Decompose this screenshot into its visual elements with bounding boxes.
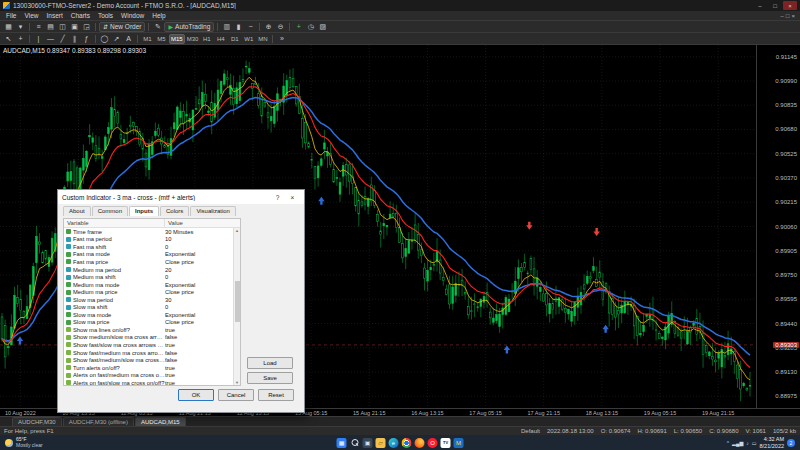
- input-row[interactable]: Show fast/medium ma cross arrows on/off?…: [64, 349, 233, 357]
- new-order-button[interactable]: ⇵New Order: [99, 22, 145, 32]
- timeframe-m30[interactable]: M30: [186, 34, 200, 44]
- cursor-icon[interactable]: ↖: [3, 34, 14, 44]
- chart-tab-audchf-m30-offline-[interactable]: AUDCHF,M30 (offline): [63, 417, 134, 426]
- chrome-button[interactable]: [402, 438, 412, 448]
- mdi-minimize-button[interactable]: –: [781, 13, 784, 19]
- opera-button[interactable]: O: [428, 438, 438, 448]
- channel-icon[interactable]: ∥: [69, 34, 80, 44]
- dialog-title-bar[interactable]: Custom Indicator - 3 ma - cross - (mtf +…: [58, 190, 304, 204]
- menu-file[interactable]: File: [2, 12, 20, 19]
- input-row[interactable]: Medium ma priceClose price: [64, 288, 233, 296]
- firefox-button[interactable]: [415, 438, 425, 448]
- input-row[interactable]: Medium ma modeExponential: [64, 281, 233, 289]
- battery-icon[interactable]: ▭: [752, 440, 757, 446]
- input-row[interactable]: Alerts on fast/slow ma cross on/off?true: [64, 379, 233, 386]
- dialog-tab-common[interactable]: Common: [92, 206, 128, 216]
- menu-charts[interactable]: Charts: [67, 12, 94, 19]
- market-watch-icon[interactable]: ≡: [33, 22, 44, 32]
- zoom-out-icon[interactable]: ⊖: [275, 22, 286, 32]
- templates-icon[interactable]: ▨: [317, 22, 328, 32]
- status-profile[interactable]: Default: [521, 428, 540, 434]
- maximize-button[interactable]: □: [768, 1, 782, 10]
- text-tool-icon[interactable]: A: [123, 34, 134, 44]
- input-row[interactable]: Fast ma shift0: [64, 243, 233, 251]
- dialog-tab-visualization[interactable]: Visualization: [190, 206, 236, 216]
- mdi-restore-button[interactable]: □: [786, 13, 790, 19]
- data-window-icon[interactable]: ▤: [45, 22, 56, 32]
- close-button[interactable]: ×: [783, 1, 797, 10]
- new-chart-icon[interactable]: ▦: [3, 22, 14, 32]
- auto-scroll-icon[interactable]: »: [276, 34, 287, 44]
- metatrader-button[interactable]: M: [454, 438, 464, 448]
- indicators-icon[interactable]: +: [293, 22, 304, 32]
- mdi-close-button[interactable]: ×: [791, 13, 795, 19]
- dialog-tab-colors[interactable]: Colors: [160, 206, 189, 216]
- input-row[interactable]: Alerts on fast/medium ma cross on/off?tr…: [64, 371, 233, 379]
- crosshair-icon[interactable]: +: [15, 34, 26, 44]
- weather-widget[interactable]: 65°F Mostly clear: [5, 437, 43, 449]
- menu-window[interactable]: Window: [117, 12, 148, 19]
- timeframe-d1[interactable]: D1: [228, 34, 241, 44]
- input-row[interactable]: Medium ma shift0: [64, 273, 233, 281]
- edge-button[interactable]: e: [389, 438, 399, 448]
- profiles-dropdown-icon[interactable]: ▾: [15, 22, 26, 32]
- metaeditor-icon[interactable]: ✎: [152, 22, 163, 32]
- terminal-icon[interactable]: ▣: [69, 22, 80, 32]
- input-row[interactable]: Show medium/slow ma cross arrows on/off?…: [64, 334, 233, 342]
- input-row[interactable]: Slow ma period30: [64, 296, 233, 304]
- dialog-help-button[interactable]: ?: [270, 191, 285, 203]
- hidden-icons-chevron[interactable]: ^: [727, 440, 729, 446]
- timeframe-mn[interactable]: MN: [256, 34, 269, 44]
- line-chart-icon[interactable]: ~: [245, 22, 256, 32]
- candlestick-chart-icon[interactable]: ▮: [233, 22, 244, 32]
- zoom-in-icon[interactable]: ⊕: [263, 22, 274, 32]
- horizontal-line-icon[interactable]: ―: [45, 34, 56, 44]
- trendline-icon[interactable]: ╱: [57, 34, 68, 44]
- save-button[interactable]: Save: [247, 372, 293, 384]
- dialog-close-button[interactable]: ×: [285, 191, 300, 203]
- input-row[interactable]: Slow ma modeExponential: [64, 311, 233, 319]
- timeframe-h4[interactable]: H4: [214, 34, 227, 44]
- minimize-button[interactable]: –: [753, 1, 767, 10]
- network-icon[interactable]: ▂▄▆: [732, 440, 743, 446]
- timeframe-m1[interactable]: M1: [141, 34, 154, 44]
- menu-insert[interactable]: Insert: [42, 12, 66, 19]
- shapes-icon[interactable]: ◯: [99, 34, 110, 44]
- arrow-tool-icon[interactable]: ↗: [111, 34, 122, 44]
- task-view-button[interactable]: ▣: [363, 438, 373, 448]
- vertical-line-icon[interactable]: |: [33, 34, 44, 44]
- dialog-tab-about[interactable]: About: [63, 206, 91, 216]
- scroll-down-icon[interactable]: ▼: [235, 380, 239, 385]
- input-row[interactable]: Show fast/medium/slow ma cross arrows on…: [64, 356, 233, 364]
- chart-tab-audcad-m15[interactable]: AUDCAD,M15: [135, 417, 186, 426]
- periods-dropdown-icon[interactable]: ◷: [305, 22, 316, 32]
- timeframe-h1[interactable]: H1: [200, 34, 213, 44]
- bar-chart-icon[interactable]: ▥: [221, 22, 232, 32]
- volume-icon[interactable]: ♪: [746, 440, 749, 446]
- strategy-tester-icon[interactable]: ◲: [81, 22, 92, 32]
- input-row[interactable]: Fast ma priceClose price: [64, 258, 233, 266]
- notification-badge[interactable]: 2: [787, 439, 795, 447]
- input-row[interactable]: Slow ma priceClose price: [64, 319, 233, 327]
- cancel-button[interactable]: Cancel: [218, 389, 254, 401]
- input-row[interactable]: Show ma lines on/off?true: [64, 326, 233, 334]
- tradingview-button[interactable]: TV: [441, 438, 451, 448]
- input-row[interactable]: Show fast/slow ma cross arrows on/off?tr…: [64, 341, 233, 349]
- table-scrollbar[interactable]: ▲ ▼: [233, 228, 240, 385]
- autotrading-button[interactable]: ▶AutoTrading: [164, 22, 214, 32]
- menu-tools[interactable]: Tools: [94, 12, 117, 19]
- input-row[interactable]: Turn alerts on/off?true: [64, 364, 233, 372]
- timeframe-m5[interactable]: M5: [155, 34, 168, 44]
- input-row[interactable]: Fast ma period10: [64, 236, 233, 244]
- start-button[interactable]: ▦: [337, 438, 347, 448]
- input-row[interactable]: Slow ma shift0: [64, 303, 233, 311]
- fibonacci-icon[interactable]: ƒ: [81, 34, 92, 44]
- menu-view[interactable]: View: [20, 12, 42, 19]
- scrollbar-thumb[interactable]: [235, 281, 240, 322]
- menu-help[interactable]: Help: [148, 12, 169, 19]
- timeframe-w1[interactable]: W1: [242, 34, 255, 44]
- dialog-tab-inputs[interactable]: Inputs: [129, 206, 159, 216]
- taskbar-clock[interactable]: 4:32 AM 8/21/2022: [760, 436, 784, 449]
- scroll-up-icon[interactable]: ▲: [235, 228, 239, 233]
- timeframe-m15[interactable]: M15: [169, 34, 185, 44]
